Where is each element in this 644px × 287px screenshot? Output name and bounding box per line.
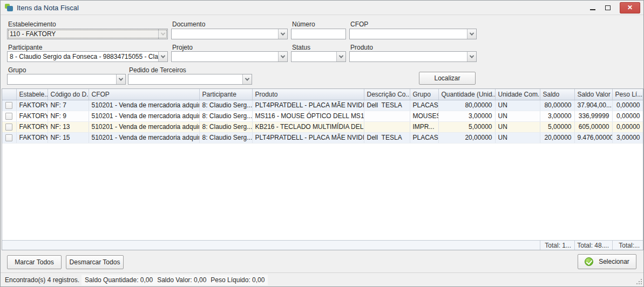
resize-grip-icon[interactable] [636, 278, 642, 284]
produto-combo[interactable] [349, 51, 477, 62]
desmarcar-todos-button[interactable]: Desmarcar Todos [66, 255, 124, 269]
maximize-button[interactable] [600, 2, 615, 13]
row-checkbox[interactable] [5, 134, 12, 141]
chevron-down-icon [467, 29, 476, 39]
selecionar-button[interactable]: Selecionar [578, 254, 636, 269]
footer-bar: Marcar Todos Desmarcar Todos Selecionar [1, 250, 643, 272]
chevron-down-icon [467, 52, 476, 62]
total-saldo: Total: 1... [540, 241, 574, 250]
col-header-cfop[interactable]: CFOP [89, 89, 199, 100]
col-header-quantidade[interactable]: Quantidade (Unid... [438, 89, 495, 100]
app-icon [5, 3, 13, 12]
total-peso: Total:... [612, 241, 643, 250]
window-title: Itens da Nota Fiscal [17, 4, 79, 12]
minimize-button[interactable] [585, 2, 600, 13]
titlebar: Itens da Nota Fiscal ✕ [1, 1, 643, 15]
items-grid: Estabele... Código do D... CFOP Particip… [2, 88, 643, 250]
participante-combo[interactable]: 8 - Claudio Sergio da Fonseca - 98834715… [7, 51, 168, 62]
status-peso-liquido: Peso Líquido: 0,00 [208, 276, 267, 284]
table-row[interactable]: FAKTORY NF: 13 510201 - Venda de mercado… [2, 121, 643, 132]
chevron-down-icon [278, 52, 287, 62]
marcar-todos-button[interactable]: Marcar Todos [7, 255, 62, 269]
table-row[interactable]: FAKTORY NF: 15 510201 - Venda de mercado… [2, 132, 643, 143]
cfop-combo[interactable] [349, 29, 477, 39]
pedido-terceiros-label: Pedido de Terceiros [129, 66, 186, 74]
col-header-checkbox[interactable] [2, 89, 16, 100]
status-bar: Encontrado(s) 4 registros. Saldo Quantid… [1, 272, 643, 286]
minimize-icon [590, 9, 595, 10]
status-saldo-quantidade: Saldo Quantidade: 0,00 [83, 276, 155, 284]
produto-label: Produto [350, 44, 373, 51]
row-checkbox[interactable] [5, 113, 12, 120]
numero-input[interactable] [291, 29, 346, 39]
grid-header-row: Estabele... Código do D... CFOP Particip… [2, 89, 643, 100]
pedido-terceiros-combo[interactable] [128, 74, 252, 85]
projeto-label: Projeto [172, 44, 193, 51]
row-checkbox[interactable] [5, 102, 12, 109]
status-combo[interactable] [291, 51, 346, 62]
participante-label: Participante [8, 44, 42, 51]
chevron-down-icon [278, 29, 287, 39]
status-saldo-valor: Saldo Valor: 0,00 [155, 276, 208, 284]
col-header-estabelecimento[interactable]: Estabele... [16, 89, 48, 100]
chevron-down-icon [158, 52, 167, 62]
cfop-label: CFOP [350, 20, 368, 28]
close-button[interactable]: ✕ [620, 2, 640, 13]
selecionar-label: Selecionar [599, 258, 629, 265]
localizar-button[interactable]: Localizar [419, 72, 476, 85]
chevron-down-icon [158, 29, 167, 39]
total-saldo-valor: Total: 48.... [574, 241, 612, 250]
status-label: Status [292, 44, 310, 51]
grid-empty-area [2, 144, 643, 241]
col-header-produto[interactable]: Produto [252, 89, 364, 100]
col-header-unidade[interactable]: Unidade Com... [495, 89, 540, 100]
grupo-combo[interactable] [7, 74, 126, 85]
estabelecimento-combo[interactable]: 110 - FAKTORY [7, 29, 168, 39]
chevron-down-icon [116, 74, 125, 84]
col-header-saldo[interactable]: Saldo [540, 89, 574, 100]
chevron-down-icon [336, 52, 345, 62]
col-header-saldo-valor[interactable]: Saldo Valor [574, 89, 612, 100]
col-header-participante[interactable]: Participante [199, 89, 252, 100]
table-row[interactable]: FAKTORY NF: 7 510201 - Venda de mercador… [2, 100, 643, 111]
grid-totals-row: Total: 1... Total: 48.... Total:... [2, 240, 643, 250]
col-header-codigo[interactable]: Código do D... [48, 89, 89, 100]
maximize-icon [605, 5, 611, 10]
close-icon: ✕ [627, 4, 633, 11]
documento-label: Documento [172, 20, 205, 28]
status-registros: Encontrado(s) 4 registros. [1, 276, 82, 284]
col-header-grupo[interactable]: Grupo [410, 89, 438, 100]
col-header-peso[interactable]: Peso Lí... [612, 89, 643, 100]
chevron-down-icon [242, 74, 252, 84]
itens-nota-fiscal-window: Itens da Nota Fiscal ✕ Estabelecimento 1… [0, 0, 644, 287]
col-header-descricao[interactable]: Descrição Co... [364, 89, 410, 100]
grupo-label: Grupo [8, 66, 26, 74]
row-checkbox[interactable] [5, 124, 12, 131]
estabelecimento-label: Estabelecimento [8, 20, 56, 28]
projeto-combo[interactable] [171, 51, 288, 62]
table-row[interactable]: FAKTORY NF: 9 510201 - Venda de mercador… [2, 111, 643, 121]
check-icon [585, 257, 593, 266]
documento-combo[interactable] [171, 29, 288, 39]
numero-label: Número [292, 20, 315, 28]
